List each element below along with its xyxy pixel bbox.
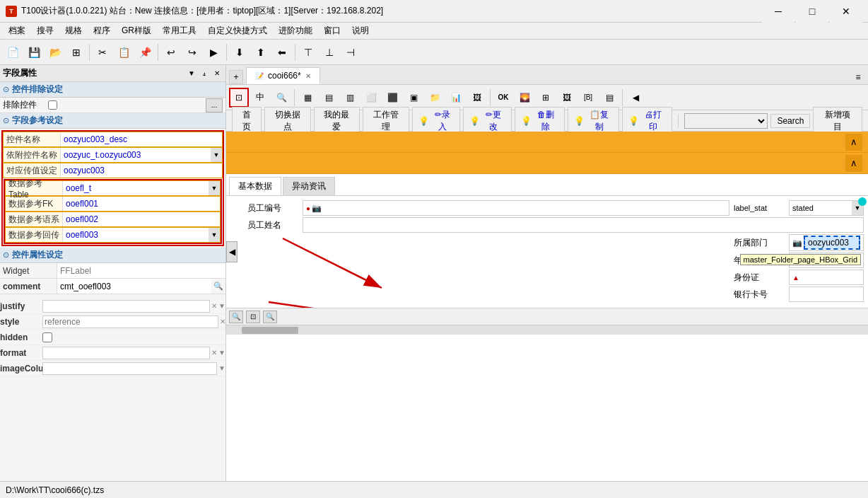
canvas-tab-change[interactable]: 异动资讯 <box>283 177 335 195</box>
field-stated[interactable]: stated ▼ <box>789 200 864 216</box>
ref-table-dropdown-btn[interactable]: ▼ <box>209 181 220 195</box>
style-clear-btn[interactable]: ✕ <box>220 318 225 325</box>
prop-value-ref-fk[interactable]: ooefl001 <box>62 197 220 211</box>
toolbar-redo[interactable]: ↪ <box>182 42 202 62</box>
panel-pin[interactable]: ▼ <box>186 68 197 79</box>
justify-input[interactable] <box>42 300 210 313</box>
maximize-button[interactable]: □ <box>796 0 828 23</box>
field-emp-name[interactable] <box>303 217 864 233</box>
chevron-btn-1[interactable]: ∧ <box>845 134 862 151</box>
action-switch[interactable]: 切换据点 <box>264 107 311 135</box>
style-input[interactable] <box>42 315 218 328</box>
menu-search[interactable]: 搜寻 <box>31 23 59 38</box>
menu-help[interactable]: 说明 <box>346 23 375 38</box>
action-favorites[interactable]: 我的最爱 <box>314 107 360 135</box>
dtb-text-btn[interactable]: 中 <box>250 88 270 108</box>
action-print[interactable]: 💡 🖨打印 <box>622 107 672 135</box>
field-id[interactable]: ▲ <box>789 270 864 285</box>
action-record[interactable]: 💡 ✏录入 <box>412 107 461 135</box>
dtb-folder-btn[interactable]: 📁 <box>425 88 445 108</box>
prop-value-comment[interactable]: cmt_ooefl003 <box>57 279 211 294</box>
toolbar-left[interactable]: ⬅ <box>272 42 292 62</box>
reference-section-header[interactable]: ⊙ 字段参考设定 <box>0 113 225 129</box>
prop-value-attached[interactable]: oozyuc_t.oozyuc003 <box>60 148 211 162</box>
toolbar-grid[interactable]: ⊞ <box>66 42 86 62</box>
menu-shortcut[interactable]: 自定义快捷方式 <box>202 23 273 38</box>
canvas-tab-basic[interactable]: 基本数据 <box>229 177 281 195</box>
nav-zoom-minus[interactable]: 🔍 <box>229 311 243 323</box>
toolbar-cut[interactable]: ✂ <box>93 42 112 62</box>
toolbar-new[interactable]: 📄 <box>3 42 23 62</box>
action-modify[interactable]: 💡 ✏更改 <box>463 107 512 135</box>
field-dept[interactable]: 📷 oozyuc003 <box>789 234 864 251</box>
format-clear-btn[interactable]: ✕ <box>211 349 217 357</box>
tab-overflow-btn[interactable]: ≡ <box>851 70 865 84</box>
ref-return-dropdown-btn[interactable]: ▼ <box>209 228 220 242</box>
dtb-table-btn[interactable]: ▣ <box>404 88 423 108</box>
toolbar-action[interactable]: ▶ <box>204 42 223 62</box>
comment-search-btn[interactable]: 🔍 <box>211 279 225 294</box>
exclusion-section-header[interactable]: ⊙ 控件排除设定 <box>0 82 225 98</box>
dtb-rect-btn[interactable]: ⬜ <box>361 88 381 108</box>
menu-file[interactable]: 档案 <box>3 23 31 38</box>
imagecolumn-dropdown-btn[interactable]: ▼ <box>218 364 225 372</box>
left-nav-arrow[interactable]: ◀ <box>226 241 237 262</box>
tab-close-btn[interactable]: ✕ <box>305 72 311 80</box>
dept-cam-icon[interactable]: 📷 <box>792 238 802 248</box>
prop-value-value-setting[interactable]: oozyuc003 <box>60 163 222 178</box>
menu-program[interactable]: 程序 <box>88 23 116 38</box>
dept-widget[interactable]: oozyuc003 <box>804 236 860 250</box>
panel-close[interactable]: ✕ <box>211 68 223 79</box>
toolbar-save[interactable]: 💾 <box>24 42 44 62</box>
dtb-grid3-btn[interactable]: ▥ <box>340 88 360 108</box>
search-combo[interactable] <box>684 113 768 129</box>
widget-section-header[interactable]: ⊙ 控件属性设定 <box>0 248 225 263</box>
exclusion-btn[interactable]: ... <box>206 98 223 112</box>
dtb-grid4-btn[interactable]: ⊞ <box>536 88 556 108</box>
toolbar-up[interactable]: ⬆ <box>251 42 271 62</box>
dtb-select-btn[interactable]: ⊡ <box>229 88 249 108</box>
prop-value-ref-lang[interactable]: ooefl002 <box>62 212 220 226</box>
hidden-checkbox[interactable] <box>42 332 52 342</box>
prop-value-ref-table[interactable]: ooefl_t <box>62 181 209 195</box>
h-scroll-thumb[interactable] <box>242 327 298 334</box>
action-home[interactable]: 首页 <box>232 107 262 135</box>
minimize-button[interactable]: ─ <box>762 0 794 23</box>
nav-zoom-plus[interactable]: 🔍 <box>263 311 277 323</box>
dtb-binding-btn[interactable]: [B] <box>578 88 598 108</box>
toolbar-copy[interactable]: 📋 <box>114 42 134 62</box>
field-bank[interactable] <box>789 286 864 302</box>
justify-dropdown-btn[interactable]: ▼ <box>218 302 225 310</box>
dtb-zoom-btn[interactable]: 🔍 <box>271 88 291 108</box>
h-scrollbar[interactable] <box>226 325 868 335</box>
toolbar-align3[interactable]: ⊣ <box>341 42 360 62</box>
justify-clear-btn[interactable]: ✕ <box>211 302 217 310</box>
toolbar-open[interactable]: 📂 <box>45 42 65 62</box>
prop-value-widget-name[interactable]: oozyuc003_desc <box>60 132 222 146</box>
toolbar-align2[interactable]: ⊥ <box>319 42 339 62</box>
format-input[interactable] <box>42 347 210 359</box>
attached-dropdown-btn[interactable]: ▼ <box>211 148 222 162</box>
prop-value-ref-return[interactable]: ooefl003 <box>62 228 209 242</box>
close-button[interactable]: ✕ <box>830 0 862 23</box>
toolbar-paste[interactable]: 📌 <box>135 42 155 62</box>
search-button[interactable]: Search <box>770 114 810 128</box>
menu-tools[interactable]: 常用工具 <box>157 23 202 38</box>
toolbar-align1[interactable]: ⊤ <box>298 42 318 62</box>
imagecolumn-input[interactable] <box>42 362 217 375</box>
menu-advanced[interactable]: 进阶功能 <box>273 23 318 38</box>
format-dropdown-btn[interactable]: ▼ <box>218 349 225 357</box>
dtb-list-btn[interactable]: ▤ <box>599 88 619 108</box>
toolbar-undo[interactable]: ↩ <box>161 42 181 62</box>
exclusion-checkbox[interactable] <box>48 100 57 110</box>
dtb-grid2-btn[interactable]: ▤ <box>319 88 339 108</box>
toolbar-down[interactable]: ⬇ <box>230 42 250 62</box>
dtb-fill-btn[interactable]: ⬛ <box>382 88 402 108</box>
dtb-image2-btn[interactable]: 🖼 <box>557 88 577 108</box>
new-item-button[interactable]: 新增项目 <box>813 107 862 135</box>
dtb-photo-btn[interactable]: 🌄 <box>515 88 534 108</box>
field-emp-no[interactable]: ● 📷 <box>303 200 729 216</box>
dtb-back-btn[interactable]: ◀ <box>626 88 645 108</box>
chevron-btn-2[interactable]: ∧ <box>845 155 862 172</box>
menu-window[interactable]: 窗口 <box>318 23 346 38</box>
